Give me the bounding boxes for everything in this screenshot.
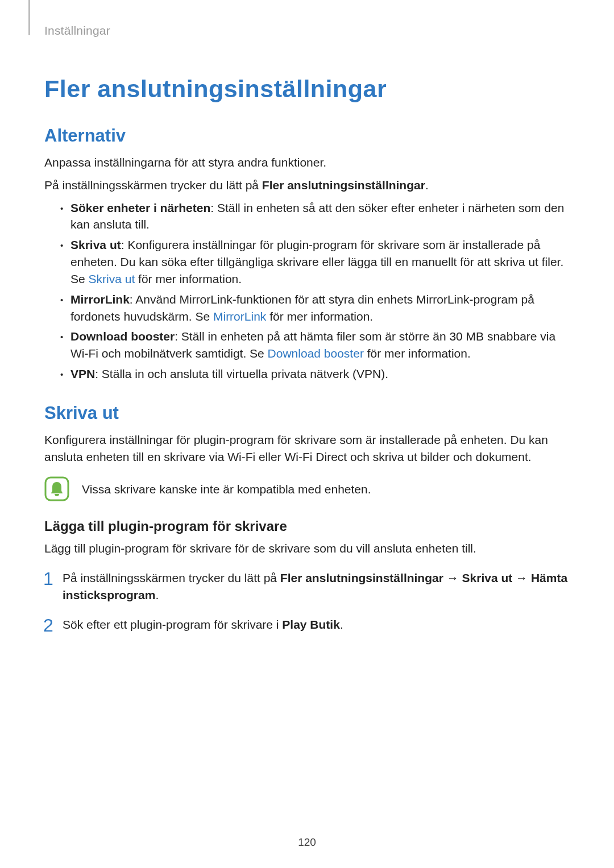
list-item: Söker enheter i närheten: Ställ in enhet… [60, 200, 570, 234]
bell-note-icon [44, 476, 69, 501]
arrow: → [512, 571, 531, 584]
item-label: Söker enheter i närheten [70, 201, 210, 214]
list-item: VPN: Ställa in och ansluta till virtuell… [60, 366, 570, 383]
text: På inställningsskärmen trycker du lätt p… [44, 178, 262, 192]
step-number: 1 [43, 566, 53, 592]
link-mirrorlink[interactable]: MirrorLink [213, 310, 266, 323]
alternativ-tap-instruction: På inställningsskärmen trycker du lätt p… [44, 177, 570, 194]
link-skriva-ut[interactable]: Skriva ut [89, 272, 135, 285]
page-number: 120 [0, 836, 614, 849]
item-text: för mer information. [364, 347, 471, 360]
item-label: VPN [70, 367, 95, 380]
add-plugin-intro: Lägg till plugin-program för skrivare fö… [44, 540, 570, 557]
step-item: 2 Sök efter ett plugin-program för skriv… [44, 616, 570, 633]
page: Inställningar Fler anslutningsinställnin… [0, 0, 614, 868]
bold-text: Fler anslutningsinställningar [262, 178, 425, 192]
item-text: : Ställa in och ansluta till virtuella p… [95, 367, 388, 380]
text: . [425, 178, 429, 192]
step-item: 1 På inställningsskärmen trycker du lätt… [44, 570, 570, 604]
step-text: . [340, 618, 343, 631]
list-item: MirrorLink: Använd MirrorLink-funktionen… [60, 291, 570, 325]
bold-text: Skriva ut [462, 571, 513, 584]
bold-text: Fler anslutningsinställningar [280, 571, 443, 584]
section-heading-skriva-ut: Skriva ut [44, 403, 570, 423]
step-text: På inställningsskärmen trycker du lätt p… [63, 571, 280, 584]
header-accent-line [28, 0, 30, 35]
bold-text: Play Butik [282, 618, 340, 631]
note-text: Vissa skrivare kanske inte är kompatibla… [82, 481, 371, 497]
breadcrumb: Inställningar [44, 24, 570, 38]
step-number: 2 [43, 613, 53, 638]
section-heading-alternativ: Alternativ [44, 126, 570, 146]
item-label: Download booster [70, 330, 175, 343]
alternativ-list: Söker enheter i närheten: Ställ in enhet… [44, 200, 570, 383]
arrow: → [443, 571, 462, 584]
skriva-ut-intro: Konfigurera inställningar för plugin-pro… [44, 431, 570, 466]
step-text: . [155, 588, 159, 601]
item-label: MirrorLink [70, 293, 130, 306]
steps-list: 1 På inställningsskärmen trycker du lätt… [44, 570, 570, 633]
list-item: Download booster: Ställ in enheten på at… [60, 328, 570, 362]
note: Vissa skrivare kanske inte är kompatibla… [44, 476, 570, 501]
list-item: Skriva ut: Konfigurera inställningar för… [60, 236, 570, 287]
alternativ-intro: Anpassa inställningarna för att styra an… [44, 154, 570, 171]
page-title: Fler anslutningsinställningar [44, 75, 570, 103]
item-label: Skriva ut [70, 238, 121, 251]
link-download-booster[interactable]: Download booster [268, 347, 364, 360]
step-text: Sök efter ett plugin-program för skrivar… [63, 618, 282, 631]
item-text: för mer information. [266, 310, 373, 323]
item-text: för mer information. [135, 272, 242, 285]
subheading-add-plugin: Lägga till plugin-program för skrivare [44, 518, 570, 534]
